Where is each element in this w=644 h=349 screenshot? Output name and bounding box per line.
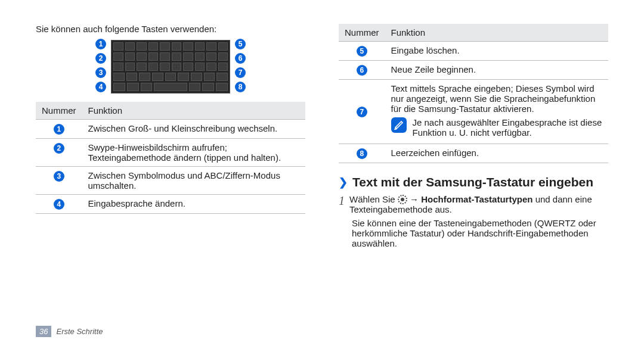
right-column: Nummer Funktion 5 Eingabe löschen. 6 Neu… <box>339 24 608 316</box>
left-column: Sie können auch folgende Tasten verwende… <box>36 24 305 316</box>
table-row: 6 Neue Zeile beginnen. <box>339 61 608 80</box>
table-row: 2 Swype-Hinweisbildschirm aufrufen; Text… <box>36 139 305 167</box>
keyboard-graphic <box>111 40 230 94</box>
callout-2: 2 <box>95 53 106 64</box>
table-row: 7 Text mittels Sprache eingeben; Dieses … <box>339 80 608 144</box>
table-left: Nummer Funktion 1 Zwischen Groß- und Kle… <box>36 102 305 214</box>
th-number: Nummer <box>339 24 385 42</box>
th-number: Nummer <box>36 102 82 120</box>
table-row: 1 Zwischen Groß- und Kleinschreibung wec… <box>36 120 305 139</box>
chevron-icon: ❯ <box>339 176 348 189</box>
callout-6: 6 <box>235 53 246 64</box>
table-row: 4 Eingabesprache ändern. <box>36 195 305 214</box>
gear-icon <box>398 195 407 204</box>
page-footer: 36 Erste Schritte <box>36 326 608 337</box>
callout-1: 1 <box>95 39 106 49</box>
table-row: 5 Eingabe löschen. <box>339 42 608 61</box>
step-1-explain: Sie können eine der Tasteneingabemethode… <box>352 218 608 248</box>
chapter-name: Erste Schritte <box>56 327 103 336</box>
callouts-left: 1 2 3 4 <box>95 39 106 95</box>
keyboard-figure: 1 2 3 4 5 6 7 8 <box>36 39 305 95</box>
step-number: 1 <box>339 194 345 214</box>
callout-7: 7 <box>235 67 246 78</box>
callouts-right: 5 6 7 8 <box>235 39 246 95</box>
th-function: Funktion <box>82 102 305 120</box>
note-icon <box>391 117 407 133</box>
note-block: Je nach ausgewählter Eingabesprache ist … <box>391 114 602 140</box>
callout-5: 5 <box>235 39 246 49</box>
intro-text: Sie können auch folgende Tasten verwende… <box>36 24 305 34</box>
page-number: 36 <box>36 326 51 337</box>
callout-4: 4 <box>95 82 106 92</box>
callout-3: 3 <box>95 67 106 78</box>
table-right: Nummer Funktion 5 Eingabe löschen. 6 Neu… <box>339 24 608 163</box>
callout-8: 8 <box>235 82 246 92</box>
step-1: 1 Wählen Sie → Hochformat-Tastaturtypen … <box>339 194 608 214</box>
section-heading: ❯ Text mit der Samsung-Tastatur eingeben <box>339 175 608 189</box>
table-row: 3 Zwischen Symbolmodus und ABC/Ziffern-M… <box>36 167 305 195</box>
th-function: Funktion <box>385 24 608 42</box>
table-row: 8 Leerzeichen einfügen. <box>339 144 608 163</box>
